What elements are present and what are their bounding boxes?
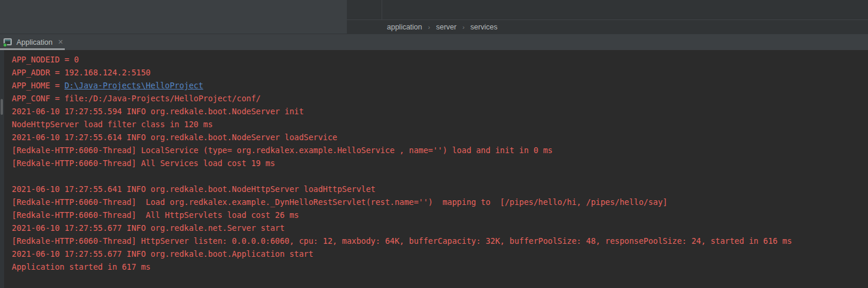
chevron-right-icon: › xyxy=(462,24,465,31)
close-icon[interactable]: ✕ xyxy=(57,38,64,46)
log-text: [Redkale-HTTP:6060-Thread] All Services … xyxy=(12,158,275,168)
run-console-icon xyxy=(4,38,12,46)
tab-application[interactable]: Application ✕ xyxy=(0,34,70,50)
log-line: 2021-06-10 17:27:55.677 INFO org.redkale… xyxy=(12,247,868,260)
breadcrumb-item-application[interactable]: application xyxy=(386,23,423,31)
log-line: [Redkale-HTTP:6060-Thread] All Services … xyxy=(12,157,868,170)
editor-gutter-divider xyxy=(382,0,382,19)
running-indicator-icon xyxy=(3,43,7,47)
log-text: [Redkale-HTTP:6060-Thread] All HttpServl… xyxy=(12,210,299,220)
editor-strip xyxy=(347,0,868,19)
log-line: 2021-06-10 17:27:55.641 INFO org.redkale… xyxy=(12,183,868,196)
breadcrumb-item-server[interactable]: server xyxy=(435,23,458,31)
log-text: APP_CONF = file:/D:/Java-Projects/HelloP… xyxy=(12,94,261,103)
log-line: 2021-06-10 17:27:55.677 INFO org.redkale… xyxy=(12,221,868,234)
log-text: 2021-06-10 17:27:55.677 INFO org.redkale… xyxy=(12,223,284,233)
file-path-link[interactable]: D:\Java-Projects\HelloProject xyxy=(64,81,203,90)
log-line: [Redkale-HTTP:6060-Thread] LocalService … xyxy=(12,144,868,157)
log-line: APP_ADDR = 192.168.124.2:5150 xyxy=(12,66,868,79)
log-line: 2021-06-10 17:27:55.594 INFO org.redkale… xyxy=(12,105,868,118)
console-output-panel: APP_NODEID = 0APP_ADDR = 192.168.124.2:5… xyxy=(0,50,868,288)
log-line: [Redkale-HTTP:6060-Thread] All HttpServl… xyxy=(12,208,868,221)
log-text: [Redkale-HTTP:6060-Thread] Load org.redk… xyxy=(12,197,668,207)
log-line: 2021-06-10 17:27:55.614 INFO org.redkale… xyxy=(12,131,868,144)
log-text: 2021-06-10 17:27:55.641 INFO org.redkale… xyxy=(12,184,376,194)
log-text: APP_ADDR = 192.168.124.2:5150 xyxy=(12,68,151,77)
log-text: 2021-06-10 17:27:55.594 INFO org.redkale… xyxy=(12,107,304,116)
log-text: APP_NODEID = 0 xyxy=(12,55,79,64)
log-text: NodeHttpServer load filter class in 120 … xyxy=(12,120,213,129)
breadcrumb: application › server › services xyxy=(347,19,868,34)
log-line: APP_NODEID = 0 xyxy=(12,53,868,66)
console-scrollbar-track xyxy=(0,50,4,288)
ide-window: application › server › services Applicat… xyxy=(0,0,868,288)
console-scrollbar-thumb[interactable] xyxy=(1,99,3,115)
console-log: APP_NODEID = 0APP_ADDR = 192.168.124.2:5… xyxy=(12,53,868,273)
log-text: 2021-06-10 17:27:55.677 INFO org.redkale… xyxy=(12,249,313,259)
log-text: [Redkale-HTTP:6060-Thread] LocalService … xyxy=(12,145,552,155)
log-line: [Redkale-HTTP:6060-Thread] Load org.redk… xyxy=(12,196,868,208)
editor-area: application › server › services xyxy=(347,0,868,34)
log-line: APP_HOME = D:\Java-Projects\HelloProject xyxy=(12,79,868,92)
breadcrumb-item-services[interactable]: services xyxy=(469,23,499,31)
run-toolwindow-tabbar: Application ✕ xyxy=(0,34,868,50)
log-text: APP_HOME = xyxy=(12,81,64,90)
tab-label: Application xyxy=(16,38,52,47)
chevron-right-icon: › xyxy=(428,24,430,31)
top-left-panel xyxy=(0,0,347,34)
log-line: NodeHttpServer load filter class in 120 … xyxy=(12,118,868,131)
log-line: Application started in 617 ms xyxy=(12,260,868,273)
log-text: 2021-06-10 17:27:55.614 INFO org.redkale… xyxy=(12,133,337,142)
log-line: [Redkale-HTTP:6060-Thread] HttpServer li… xyxy=(12,234,868,247)
log-text: Application started in 617 ms xyxy=(12,262,151,272)
log-text: [Redkale-HTTP:6060-Thread] HttpServer li… xyxy=(12,236,792,246)
log-line xyxy=(12,170,868,183)
log-line: APP_CONF = file:/D:/Java-Projects/HelloP… xyxy=(12,92,868,105)
